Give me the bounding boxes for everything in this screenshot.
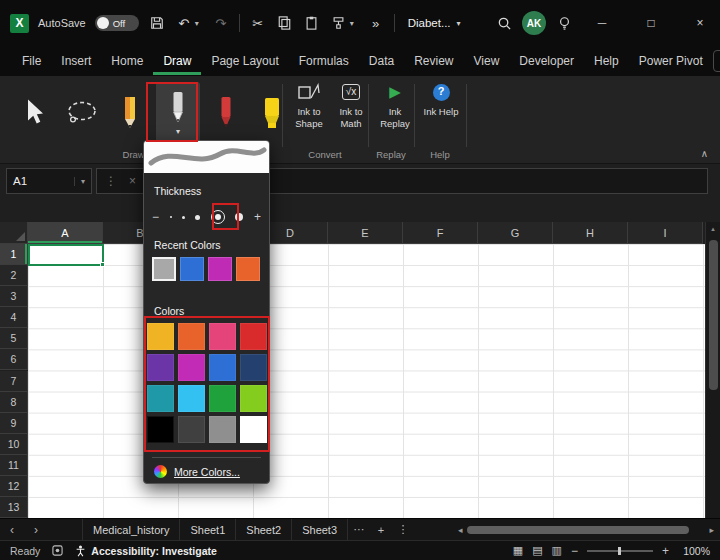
color-swatch[interactable] xyxy=(240,416,267,443)
column-header-e[interactable]: E xyxy=(328,222,403,244)
recent-color-swatch[interactable] xyxy=(208,257,232,281)
undo-icon[interactable]: ↶ xyxy=(175,12,193,34)
sheet-next-icon[interactable]: › xyxy=(24,523,48,537)
lasso-select-tool[interactable] xyxy=(60,82,104,144)
column-header-i[interactable]: I xyxy=(628,222,703,244)
format-painter-icon[interactable] xyxy=(330,12,348,34)
sheet-tab-sheet3[interactable]: Sheet3 xyxy=(292,519,348,541)
select-tool[interactable] xyxy=(14,82,54,144)
search-icon[interactable] xyxy=(495,12,513,34)
vertical-scroll-thumb[interactable] xyxy=(709,240,718,390)
autosave-toggle[interactable]: Off xyxy=(95,15,139,31)
thickness-decrease-icon[interactable]: − xyxy=(152,211,159,223)
sheet-options-icon[interactable]: ⋮ xyxy=(392,523,414,536)
ink-replay-button[interactable]: ▶ Ink Replay xyxy=(374,82,416,130)
accessibility-status[interactable]: Accessibility: Investigate xyxy=(75,545,216,557)
column-header-h[interactable]: H xyxy=(553,222,628,244)
name-box-chevron-icon[interactable]: ▾ xyxy=(74,177,85,186)
color-swatch[interactable] xyxy=(209,354,236,381)
horizontal-scrollbar[interactable]: ◂ ▸ xyxy=(458,525,714,535)
color-swatch[interactable] xyxy=(147,416,174,443)
fill-handle[interactable] xyxy=(100,262,105,267)
tab-help[interactable]: Help xyxy=(584,47,629,75)
recent-color-swatch[interactable] xyxy=(180,257,204,281)
ink-to-math-button[interactable]: √x Ink to Math xyxy=(330,82,372,130)
color-swatch[interactable] xyxy=(147,323,174,350)
macro-record-icon[interactable] xyxy=(52,545,63,556)
pen-tool-selected[interactable]: ▾ xyxy=(156,82,200,144)
document-title[interactable]: Diabet... ▾ xyxy=(408,17,461,29)
color-swatch[interactable] xyxy=(240,385,267,412)
close-button[interactable]: × xyxy=(680,0,720,46)
scroll-right-icon[interactable]: ▸ xyxy=(709,525,714,535)
color-swatch[interactable] xyxy=(240,323,267,350)
comments-button[interactable] xyxy=(713,50,720,72)
sheet-tab-sheet2[interactable]: Sheet2 xyxy=(236,519,292,541)
row-header-2[interactable]: 2 xyxy=(0,265,28,286)
zoom-level[interactable]: 100% xyxy=(678,545,710,557)
thickness-option-4-selected[interactable] xyxy=(211,210,225,224)
highlighter-tool[interactable] xyxy=(252,82,292,144)
scroll-up-icon[interactable]: ▴ xyxy=(706,222,720,236)
selected-cell-a1[interactable] xyxy=(28,244,104,266)
page-break-view-icon[interactable]: ▥ xyxy=(552,544,562,557)
tab-draw[interactable]: Draw xyxy=(153,47,201,75)
cut-icon[interactable]: ✂ xyxy=(249,12,267,34)
color-swatch[interactable] xyxy=(240,354,267,381)
row-header-12[interactable]: 12 xyxy=(0,476,28,497)
tab-home[interactable]: Home xyxy=(101,47,153,75)
add-sheet-icon[interactable]: + xyxy=(370,524,392,536)
row-header-13[interactable]: 13 xyxy=(0,497,28,518)
zoom-slider[interactable] xyxy=(587,550,653,552)
pencil-tool[interactable] xyxy=(110,82,150,144)
minimize-button[interactable]: ─ xyxy=(582,0,622,46)
avatar[interactable]: AK xyxy=(522,11,546,35)
save-icon[interactable] xyxy=(148,12,166,34)
undo-chevron-icon[interactable]: ▾ xyxy=(195,19,203,28)
color-swatch[interactable] xyxy=(147,354,174,381)
recent-color-swatch[interactable] xyxy=(236,257,260,281)
thickness-option-2[interactable] xyxy=(182,216,185,219)
sheet-prev-icon[interactable]: ‹ xyxy=(0,523,24,537)
lightbulb-icon[interactable] xyxy=(555,12,573,34)
more-vertical-icon[interactable]: ⋮ xyxy=(105,174,117,188)
thickness-option-3[interactable] xyxy=(195,215,200,220)
tab-data[interactable]: Data xyxy=(359,47,404,75)
color-swatch[interactable] xyxy=(178,385,205,412)
row-header-1[interactable]: 1 xyxy=(0,244,28,265)
zoom-in-icon[interactable]: + xyxy=(662,544,669,558)
row-header-4[interactable]: 4 xyxy=(0,307,28,328)
zoom-out-icon[interactable]: − xyxy=(571,544,578,558)
maximize-button[interactable]: □ xyxy=(631,0,671,46)
row-header-3[interactable]: 3 xyxy=(0,286,28,307)
sheet-tab-sheet1[interactable]: Sheet1 xyxy=(180,519,236,541)
tab-power-pivot[interactable]: Power Pivot xyxy=(629,47,713,75)
thickness-option-5[interactable] xyxy=(235,213,243,221)
thickness-option-1[interactable] xyxy=(170,216,172,218)
collapse-ribbon-icon[interactable]: ∧ xyxy=(701,148,708,159)
copy-icon[interactable] xyxy=(276,12,294,34)
row-header-8[interactable]: 8 xyxy=(0,392,28,413)
row-header-11[interactable]: 11 xyxy=(0,455,28,476)
tab-page-layout[interactable]: Page Layout xyxy=(201,47,288,75)
row-header-10[interactable]: 10 xyxy=(0,434,28,455)
more-sheets-icon[interactable]: ⋯ xyxy=(348,523,370,536)
horizontal-scroll-thumb[interactable] xyxy=(467,526,689,534)
color-swatch[interactable] xyxy=(209,323,236,350)
pen-options-chevron-icon[interactable]: ▾ xyxy=(176,128,180,136)
column-header-g[interactable]: G xyxy=(478,222,553,244)
tab-developer[interactable]: Developer xyxy=(509,47,584,75)
qat-overflow-icon[interactable]: » xyxy=(367,12,385,34)
cancel-icon[interactable]: × xyxy=(129,174,136,188)
color-swatch[interactable] xyxy=(178,416,205,443)
tab-insert[interactable]: Insert xyxy=(51,47,101,75)
cell-grid[interactable] xyxy=(28,244,705,518)
tab-file[interactable]: File xyxy=(12,47,51,75)
redo-icon[interactable]: ↷ xyxy=(212,12,230,34)
normal-view-icon[interactable]: ▦ xyxy=(513,544,523,557)
thickness-increase-icon[interactable]: + xyxy=(254,211,261,223)
more-colors-button[interactable]: More Colors... xyxy=(154,465,240,478)
zoom-slider-thumb[interactable] xyxy=(618,547,621,555)
row-header-5[interactable]: 5 xyxy=(0,328,28,349)
color-swatch[interactable] xyxy=(178,323,205,350)
